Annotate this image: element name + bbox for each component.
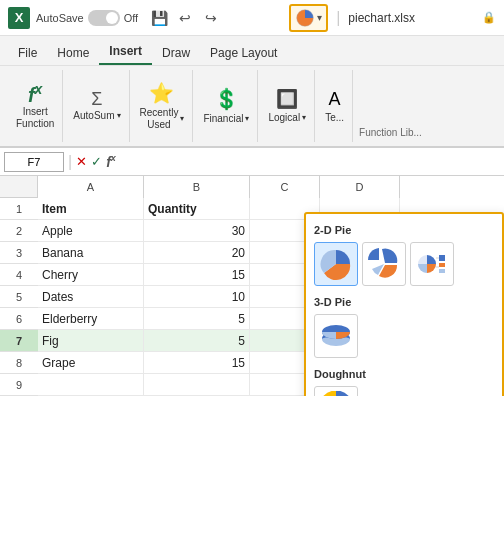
insert-function-formula-icon[interactable]: fx (106, 153, 116, 170)
recently-used-group[interactable]: ⭐ RecentlyUsed ▾ (132, 70, 194, 142)
autosave-area: AutoSave Off (36, 10, 138, 26)
cell-b4[interactable]: 15 (144, 264, 250, 285)
row-header-3[interactable]: 3 (0, 242, 38, 264)
col-header-b[interactable]: B (144, 176, 250, 198)
titlebar-divider: | (336, 9, 340, 27)
toggle-state-label: Off (124, 12, 138, 24)
row-header-9[interactable]: 9 (0, 374, 38, 396)
text-icon: A (329, 89, 341, 110)
text-group[interactable]: A Te... (317, 70, 353, 142)
cell-b5[interactable]: 10 (144, 286, 250, 307)
doughnut-options (314, 386, 494, 396)
row-header-5[interactable]: 5 (0, 286, 38, 308)
autosum-group[interactable]: Σ AutoSum ▾ (65, 70, 129, 142)
ribbon-tabs: File Home Insert Draw Page Layout (0, 36, 504, 66)
cell-a6[interactable]: Elderberry (38, 308, 144, 329)
autosave-label: AutoSave (36, 12, 84, 24)
cell-reference-box[interactable]: F7 (4, 152, 64, 172)
row-header-4[interactable]: 4 (0, 264, 38, 286)
doughnut-section-title: Doughnut (314, 368, 494, 380)
cell-b8[interactable]: 15 (144, 352, 250, 373)
financial-group[interactable]: 💲 Financial ▾ (195, 70, 258, 142)
insert-function-icon: fx (28, 82, 42, 105)
autosave-toggle[interactable] (88, 10, 120, 26)
financial-icon: 💲 (214, 87, 239, 111)
cell-a7[interactable]: Fig (38, 330, 144, 351)
undo-icon[interactable]: ↩ (174, 7, 196, 29)
cell-b1[interactable]: Quantity (144, 198, 250, 219)
pie-3d-option[interactable] (314, 314, 358, 358)
formula-icons: ✕ ✓ fx (76, 153, 116, 170)
row-header-8[interactable]: 8 (0, 352, 38, 374)
col-header-a[interactable]: A (38, 176, 144, 198)
doughnut-icon (319, 391, 353, 396)
tab-insert[interactable]: Insert (99, 39, 152, 65)
svg-rect-4 (439, 263, 445, 267)
row-header-6[interactable]: 6 (0, 308, 38, 330)
row-header-7[interactable]: 7 (0, 330, 38, 352)
cancel-formula-icon[interactable]: ✕ (76, 154, 87, 169)
logical-group[interactable]: 🔲 Logical ▾ (260, 70, 315, 142)
chart-type-dropdown: 2-D Pie (304, 212, 504, 396)
recently-used-label: RecentlyUsed ▾ (140, 107, 185, 131)
cell-a1[interactable]: Item (38, 198, 144, 219)
insert-function-label: InsertFunction (16, 106, 54, 130)
pie-2d-standard-icon (319, 247, 353, 281)
autosum-label: AutoSum ▾ (73, 110, 120, 122)
svg-rect-3 (439, 255, 445, 261)
pie-2d-bar-of-pie-option[interactable] (410, 242, 454, 286)
protect-icon: 🔒 (482, 11, 496, 24)
column-headers-row: A B C D (0, 176, 504, 198)
3d-pie-section-title: 3-D Pie (314, 296, 494, 308)
cell-a4[interactable]: Cherry (38, 264, 144, 285)
formula-input[interactable] (120, 152, 500, 172)
doughnut-option[interactable] (314, 386, 358, 396)
cell-b9[interactable] (144, 374, 250, 395)
logical-icon: 🔲 (276, 88, 298, 110)
dropdown-arrow-icon: ▾ (317, 12, 322, 23)
redo-icon[interactable]: ↪ (200, 7, 222, 29)
cell-b7[interactable]: 5 (144, 330, 250, 351)
cell-a8[interactable]: Grape (38, 352, 144, 373)
tab-page-layout[interactable]: Page Layout (200, 41, 287, 65)
tab-home[interactable]: Home (47, 41, 99, 65)
pie-3d-icon (319, 319, 353, 353)
tab-draw[interactable]: Draw (152, 41, 200, 65)
row-header-2[interactable]: 2 (0, 220, 38, 242)
cell-b6[interactable]: 5 (144, 308, 250, 329)
pie-2d-standard-option[interactable] (314, 242, 358, 286)
titlebar-center: ▾ | piechart.xlsx (228, 4, 476, 32)
spreadsheet-area: A B C D 1 Item Quantity 2 Apple 30 3 Ban… (0, 176, 504, 396)
cell-a5[interactable]: Dates (38, 286, 144, 307)
cell-a3[interactable]: Banana (38, 242, 144, 263)
text-label: Te... (325, 112, 344, 124)
svg-rect-5 (439, 269, 445, 273)
insert-function-group[interactable]: fx InsertFunction (8, 70, 63, 142)
titlebar: X AutoSave Off 💾 ↩ ↪ ▾ | piechart.xlsx 🔒 (0, 0, 504, 36)
cell-a9[interactable] (38, 374, 144, 395)
3d-pie-options (314, 314, 494, 358)
confirm-formula-icon[interactable]: ✓ (91, 154, 102, 169)
window-controls: 🔒 (482, 11, 496, 24)
cell-ref-value: F7 (28, 156, 41, 168)
cell-a2[interactable]: Apple (38, 220, 144, 241)
cell-b2[interactable]: 30 (144, 220, 250, 241)
function-library-label: Function Lib... (355, 127, 426, 142)
formula-bar: F7 | ✕ ✓ fx (0, 148, 504, 176)
cell-b3[interactable]: 20 (144, 242, 250, 263)
save-icon[interactable]: 💾 (148, 7, 170, 29)
col-header-d[interactable]: D (320, 176, 400, 198)
pie-2d-bar-of-pie-icon (415, 247, 449, 281)
2d-pie-options (314, 242, 494, 286)
formula-divider: | (68, 153, 72, 171)
toggle-knob (106, 12, 118, 24)
chart-insert-button[interactable]: ▾ (289, 4, 328, 32)
tab-file[interactable]: File (8, 41, 47, 65)
row-header-1[interactable]: 1 (0, 198, 38, 220)
titlebar-icons: 💾 ↩ ↪ (148, 7, 222, 29)
filename-label: piechart.xlsx (348, 11, 415, 25)
corner-cell (0, 176, 38, 198)
pie-chart-icon (295, 8, 315, 28)
col-header-c[interactable]: C (250, 176, 320, 198)
pie-2d-exploded-option[interactable] (362, 242, 406, 286)
